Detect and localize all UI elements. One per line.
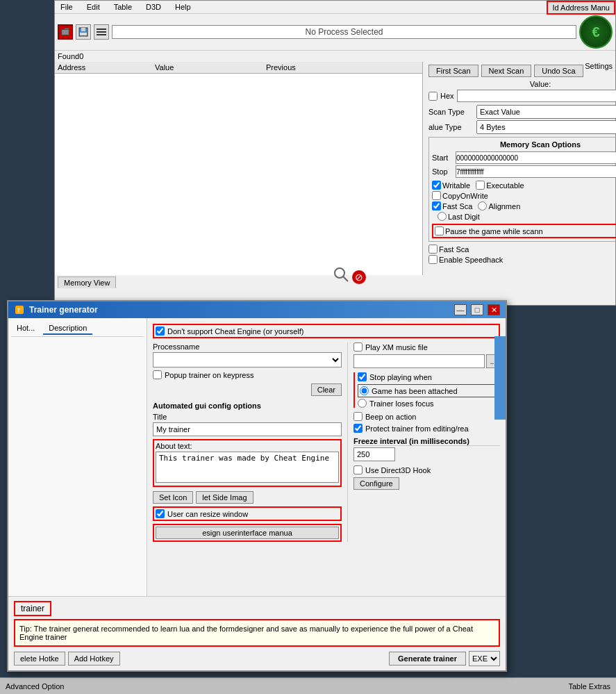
design-ui-btn[interactable]: esign userinterface manua [156, 527, 339, 539]
sidebar-header: Hot... Description [11, 321, 144, 337]
tip-box: Tip: The trainer generat recommended to … [14, 619, 500, 647]
menu-d3d[interactable]: D3D [143, 2, 164, 12]
freeze-input[interactable] [353, 447, 395, 461]
list-header: Address Value Previous [55, 62, 422, 74]
game-attached-radio[interactable] [360, 386, 369, 395]
about-textarea[interactable]: This trainer was made by Cheat Engine [156, 452, 339, 483]
popup-trainer-section: Popup trainer on keypress [153, 370, 342, 379]
menu-help[interactable]: Help [172, 2, 194, 12]
unrandomizer-label: Fast Sca [439, 245, 469, 254]
xm-file-input[interactable] [353, 354, 485, 368]
set-icon-btn[interactable]: Set Icon [153, 491, 193, 504]
start-label: Start [432, 154, 453, 162]
popup-trainer-checkbox[interactable] [153, 370, 162, 379]
status-bar: Advanced Option Table Extras [0, 677, 616, 694]
beep-checkbox[interactable] [353, 412, 363, 421]
description-tab[interactable]: Description [43, 322, 92, 335]
unrandomizer-checkbox[interactable] [428, 245, 438, 254]
stop-input[interactable] [456, 165, 616, 178]
dont-support-section: Don't support Cheat Engine (or yourself) [153, 324, 500, 338]
stop-playing-label: Stop playing when [369, 373, 432, 381]
value-type-select[interactable]: 4 Bytes [476, 120, 616, 134]
last-digit-radio[interactable] [438, 212, 447, 221]
stop-label: Stop [432, 167, 453, 176]
copy-on-write-checkbox[interactable] [432, 191, 441, 200]
ce-main-window: File Edit Table D3D Help [54, 0, 616, 306]
add-hotkey-btn[interactable]: Add Hotkey [68, 652, 120, 666]
set-side-img-btn[interactable]: let Side Imag [196, 491, 253, 504]
direct3d-label: Use Direct3D Hook [365, 466, 431, 474]
svg-text:T: T [17, 307, 21, 314]
freeze-label: Freeze interval (in milliseconds) [353, 437, 500, 446]
copy-on-write-label: CopyOnWrite [442, 192, 488, 200]
generate-trainer-btn[interactable]: Generate trainer [389, 652, 466, 666]
freeze-interval-section: Freeze interval (in milliseconds) [353, 437, 500, 461]
minimize-btn[interactable]: — [454, 304, 467, 315]
trainer-label-box: trainer [14, 601, 51, 616]
title-input[interactable] [153, 422, 342, 436]
copy-on-write-row: CopyOnWrite [432, 191, 616, 200]
misc-options: Fast Sca Enable Speedhack [428, 245, 616, 264]
user-resize-checkbox[interactable] [156, 509, 165, 518]
col-address-header: Address [58, 63, 155, 72]
value-input[interactable] [457, 90, 616, 102]
writable-checkbox[interactable] [432, 181, 441, 190]
clear-btn[interactable]: Clear [311, 383, 342, 396]
configure-btn[interactable]: Configure [353, 477, 399, 490]
processname-dropdown[interactable] [153, 352, 342, 367]
ce-toolbar: No Process Selected € [55, 14, 615, 51]
menu-table[interactable]: Table [111, 2, 135, 12]
scrollbar[interactable] [494, 336, 506, 420]
stop-scan-icon[interactable]: ⊘ [352, 270, 366, 284]
hotkeys-tab[interactable]: Hot... [11, 322, 40, 335]
process-address-bar[interactable]: No Process Selected [112, 25, 576, 39]
memory-scan-options: Memory Scan Options Start Stop Writable [428, 137, 616, 242]
close-btn[interactable]: ✕ [488, 304, 500, 315]
speedhack-checkbox[interactable] [428, 255, 438, 264]
fast-scan-checkbox[interactable] [432, 201, 441, 210]
undo-scan-btn[interactable]: Undo Sca [534, 65, 583, 77]
memory-view-tab[interactable]: Memory View [58, 276, 116, 288]
checkbox-row1: Writable Executable [432, 181, 616, 190]
start-input[interactable] [456, 151, 616, 164]
bottom-buttons-row: elete Hotke Add Hotkey Generate trainer … [14, 651, 500, 666]
delete-hotkey-btn[interactable]: elete Hotke [14, 652, 65, 666]
writable-label: Writable [442, 181, 470, 190]
stop-playing-checkbox[interactable] [358, 372, 367, 381]
table-extras[interactable]: Table Extras [568, 682, 610, 691]
protect-checkbox[interactable] [353, 424, 363, 433]
next-scan-btn[interactable]: Next Scan [481, 65, 532, 77]
maximize-btn[interactable]: □ [471, 304, 483, 315]
advanced-option[interactable]: Advanced Option [6, 682, 64, 691]
pause-game-checkbox[interactable] [435, 226, 444, 236]
last-digit-label: Last Digit [448, 213, 480, 221]
dont-support-checkbox[interactable] [156, 327, 165, 336]
menu-file[interactable]: File [58, 2, 76, 12]
beep-section: Beep on action [353, 412, 500, 421]
svg-rect-5 [97, 28, 106, 30]
scan-type-select[interactable]: Exact Value [476, 105, 616, 119]
trainer-focus-radio[interactable] [358, 399, 367, 408]
fast-scan-row: Fast Sca Alignmen [432, 201, 616, 210]
alignment-radio[interactable] [478, 201, 487, 210]
dialog-sidebar: Hot... Description [8, 318, 147, 596]
play-xm-checkbox[interactable] [353, 342, 363, 352]
icon-btns-row: Set Icon let Side Imag [153, 491, 342, 504]
menu-edit[interactable]: Edit [84, 2, 103, 12]
direct3d-checkbox[interactable] [353, 465, 363, 474]
settings-btn-top[interactable]: Settings [585, 62, 613, 70]
settings-btn[interactable] [94, 24, 109, 40]
alignment-label: Alignmen [488, 202, 520, 210]
found-count: Found0 [58, 52, 83, 60]
processname-section: Processname [153, 342, 342, 367]
save-btn[interactable] [76, 24, 91, 40]
dialog-main-content: Don't support Cheat Engine (or yourself)… [147, 318, 506, 596]
first-scan-btn[interactable]: First Scan [428, 65, 478, 77]
configure-section: Configure [353, 477, 500, 490]
open-process-btn[interactable] [58, 24, 73, 40]
executable-checkbox[interactable] [476, 181, 485, 190]
last-digit-row: Last Digit [432, 212, 616, 221]
add-address-btn[interactable]: Id Address Manu [547, 1, 615, 15]
hex-checkbox[interactable] [428, 92, 438, 101]
output-type-select[interactable]: EXE [469, 651, 500, 666]
